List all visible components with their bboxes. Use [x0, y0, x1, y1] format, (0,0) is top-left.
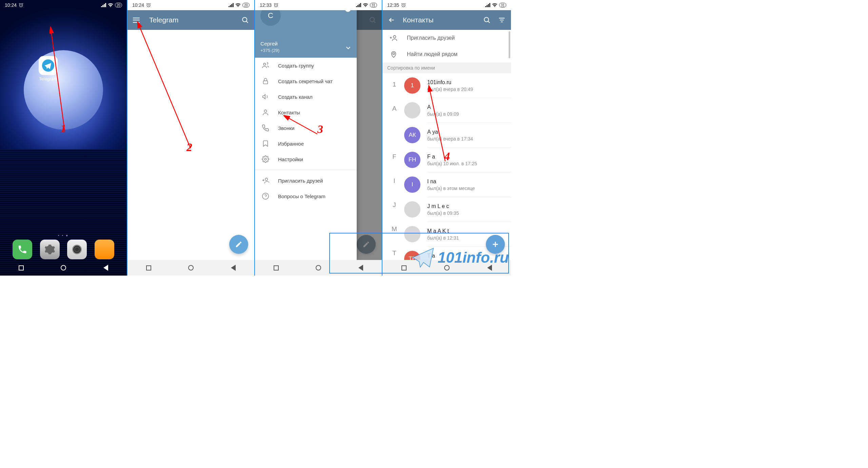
user-phone: +375 (29) — [260, 48, 351, 53]
contact-row[interactable]: FHF aбыл(а) 10 июл. в 17:25 — [382, 148, 511, 172]
svg-point-14 — [265, 178, 268, 181]
back-button[interactable] — [231, 265, 236, 271]
telegram-app-icon[interactable]: Telegram — [39, 56, 58, 81]
avatar — [404, 201, 420, 218]
lock-icon — [262, 77, 269, 85]
recents-button[interactable] — [274, 265, 279, 270]
contact-name: А — [427, 104, 459, 110]
contact-name: I na — [427, 179, 475, 185]
contact-name: 101info.ru — [427, 79, 473, 86]
user-name: Сергей — [260, 41, 351, 47]
avatar: I — [404, 176, 420, 193]
find-nearby-row[interactable]: Найти людей рядом — [382, 46, 511, 62]
cell-signal-icon — [101, 3, 106, 7]
svg-point-21 — [393, 53, 395, 55]
recents-button[interactable] — [401, 265, 407, 270]
clock: 12:33 — [260, 2, 272, 8]
battery-level: 20 — [242, 3, 250, 7]
app-title: Telegram — [149, 16, 232, 24]
svg-point-10 — [263, 63, 265, 65]
home-button[interactable] — [188, 265, 194, 270]
menu-settings[interactable]: Настройки — [255, 151, 357, 167]
avatar — [404, 226, 420, 242]
back-button[interactable] — [103, 265, 108, 271]
chevron-down-icon[interactable] — [344, 44, 352, 52]
notes-app[interactable] — [95, 240, 114, 259]
svg-point-15 — [262, 193, 269, 199]
contact-row[interactable]: АКА yaбыл(а) вчера в 17:34 — [382, 123, 511, 147]
nav-drawer: С Сергей +375 (29) Создать группу Создат… — [255, 0, 357, 260]
menu-button[interactable] — [133, 18, 140, 23]
wifi-icon — [363, 3, 368, 7]
menu-calls[interactable]: Звонки — [255, 120, 357, 136]
help-icon — [262, 192, 269, 200]
camera-app[interactable] — [67, 240, 87, 259]
screen-title: Контакты — [403, 16, 476, 24]
search-icon[interactable] — [483, 16, 491, 24]
status-bar: 10:24 20 — [0, 0, 127, 10]
sort-icon[interactable] — [498, 16, 506, 24]
svg-point-4 — [242, 17, 247, 22]
svg-rect-11 — [263, 81, 268, 84]
recents-button[interactable] — [146, 265, 151, 270]
contact-name: F a — [427, 154, 477, 160]
nav-bar — [255, 260, 382, 276]
telegram-main: 10:24 20 Telegram 2 — [127, 0, 255, 276]
back-arrow-icon[interactable] — [388, 16, 395, 24]
alarm-icon — [146, 3, 151, 7]
menu-contacts[interactable]: Контакты — [255, 105, 357, 120]
clock: 10:24 — [5, 2, 17, 8]
recents-button[interactable] — [19, 265, 24, 270]
person-icon — [262, 109, 269, 116]
status-bar: 12:33 31 — [255, 0, 382, 10]
sort-header: Сортировка по имени — [382, 62, 511, 73]
menu-faq[interactable]: Вопросы о Telegram — [255, 188, 357, 204]
svg-line-5 — [246, 21, 248, 23]
watermark: 101info.ru — [411, 246, 509, 269]
new-message-fab[interactable] — [229, 235, 248, 254]
battery-level: 31 — [370, 3, 377, 7]
wifi-icon — [492, 3, 497, 7]
divider — [255, 170, 357, 170]
contact-row[interactable]: 1101info.ruбыл(а) вчера в 20:49 — [382, 73, 511, 98]
avatar — [404, 102, 420, 118]
back-button[interactable] — [358, 265, 363, 271]
phone-app[interactable] — [13, 240, 32, 259]
svg-point-20 — [393, 36, 396, 38]
menu-create-group[interactable]: Создать группу — [255, 58, 357, 73]
avatar: 1 — [404, 77, 420, 94]
homescreen: 10:24 20 Telegram • • ● 1 — [0, 0, 127, 276]
wifi-icon — [108, 3, 113, 7]
contact-row[interactable]: Абыл(а) в 09:09 — [382, 98, 511, 123]
svg-line-6 — [138, 24, 191, 148]
annotation-number-2: 2 — [186, 141, 192, 154]
contact-name: А ya — [427, 129, 473, 135]
contact-status: был(а) 10 июл. в 17:25 — [427, 161, 477, 166]
contact-name: M a A K t — [427, 228, 459, 234]
settings-app[interactable] — [40, 240, 60, 259]
dock — [0, 240, 127, 259]
scrollbar[interactable] — [509, 31, 510, 58]
add-person-icon — [262, 177, 269, 184]
menu-invite[interactable]: Пригласить друзей — [255, 173, 357, 188]
invite-friends-row[interactable]: Пригласить друзей — [382, 30, 511, 46]
svg-point-12 — [264, 110, 267, 112]
home-button[interactable] — [316, 265, 321, 270]
bookmark-icon — [262, 140, 269, 147]
contacts-screen: 12:35 31 Контакты Пригласить друзей Найт… — [382, 0, 511, 276]
search-icon[interactable] — [241, 16, 249, 24]
telegram-plane-icon — [411, 246, 435, 269]
alarm-icon — [274, 3, 278, 7]
battery-level: 31 — [499, 3, 506, 7]
home-button[interactable] — [61, 265, 66, 270]
menu-create-channel[interactable]: Создать канал — [255, 89, 357, 105]
menu-saved[interactable]: Избранное — [255, 136, 357, 151]
group-icon — [262, 62, 269, 69]
contact-status: был(а) вчера в 20:49 — [427, 87, 473, 92]
menu-create-secret[interactable]: Создать секретный чат — [255, 73, 357, 89]
cell-signal-icon — [229, 3, 234, 7]
app-bar: Контакты — [382, 10, 511, 30]
contact-row[interactable]: II naбыл(а) в этом месяце — [382, 172, 511, 197]
alarm-icon — [401, 3, 406, 7]
contact-row[interactable]: J m L e cбыл(а) в 09:35 — [382, 197, 511, 222]
